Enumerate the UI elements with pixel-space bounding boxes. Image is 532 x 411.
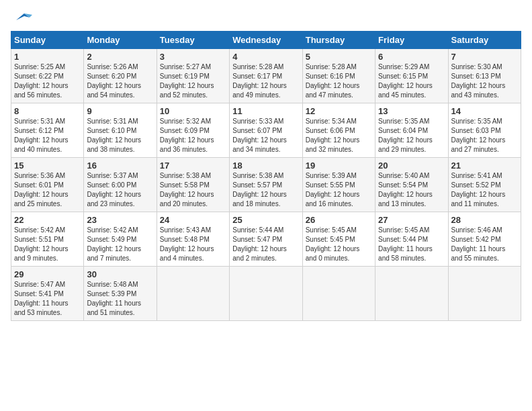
day-info: Sunrise: 5:40 AMSunset: 5:54 PMDaylight:… [378, 171, 445, 209]
table-cell: 2Sunrise: 5:26 AMSunset: 6:20 PMDaylight… [84, 49, 157, 103]
calendar-table: Sunday Monday Tuesday Wednesday Thursday… [11, 31, 521, 321]
day-number: 10 [160, 106, 226, 116]
day-info: Sunrise: 5:30 AMSunset: 6:13 PMDaylight:… [451, 62, 518, 100]
table-cell: 8Sunrise: 5:31 AMSunset: 6:12 PMDaylight… [11, 103, 84, 158]
table-cell: 7Sunrise: 5:30 AMSunset: 6:13 PMDaylight… [448, 49, 521, 103]
day-info: Sunrise: 5:34 AMSunset: 6:06 PMDaylight:… [306, 117, 372, 154]
calendar-row: 22Sunrise: 5:42 AMSunset: 5:51 PMDayligh… [11, 212, 521, 267]
table-cell: 27Sunrise: 5:45 AMSunset: 5:44 PMDayligh… [375, 212, 448, 267]
logo-icon [11, 11, 32, 30]
col-sunday: Sunday [11, 32, 84, 49]
day-info: Sunrise: 5:35 AMSunset: 6:04 PMDaylight:… [378, 117, 445, 154]
day-info: Sunrise: 5:45 AMSunset: 5:45 PMDaylight:… [306, 226, 372, 263]
table-cell: 17Sunrise: 5:38 AMSunset: 5:58 PMDayligh… [157, 158, 229, 212]
day-info: Sunrise: 5:33 AMSunset: 6:07 PMDaylight:… [232, 117, 299, 154]
day-number: 23 [87, 215, 153, 225]
calendar-container: Sunday Monday Tuesday Wednesday Thursday… [0, 0, 532, 326]
table-cell: 30Sunrise: 5:48 AMSunset: 5:39 PMDayligh… [84, 267, 157, 321]
col-thursday: Thursday [302, 32, 375, 49]
day-info: Sunrise: 5:47 AMSunset: 5:41 PMDaylight:… [14, 280, 81, 318]
day-number: 18 [232, 161, 299, 171]
table-cell: 22Sunrise: 5:42 AMSunset: 5:51 PMDayligh… [11, 212, 84, 267]
header-row: Sunday Monday Tuesday Wednesday Thursday… [11, 32, 521, 49]
day-number: 20 [378, 161, 445, 171]
col-tuesday: Tuesday [157, 32, 229, 49]
day-number: 11 [232, 106, 299, 116]
day-info: Sunrise: 5:31 AMSunset: 6:12 PMDaylight:… [14, 117, 81, 154]
calendar-row: 15Sunrise: 5:36 AMSunset: 6:01 PMDayligh… [11, 158, 521, 212]
day-info: Sunrise: 5:38 AMSunset: 5:57 PMDaylight:… [232, 171, 299, 209]
calendar-row: 29Sunrise: 5:47 AMSunset: 5:41 PMDayligh… [11, 267, 521, 321]
table-cell [157, 267, 229, 321]
day-number: 28 [451, 215, 518, 225]
day-info: Sunrise: 5:25 AMSunset: 6:22 PMDaylight:… [14, 62, 81, 100]
day-info: Sunrise: 5:44 AMSunset: 5:47 PMDaylight:… [232, 226, 299, 263]
day-info: Sunrise: 5:48 AMSunset: 5:39 PMDaylight:… [87, 280, 153, 318]
day-number: 26 [306, 215, 372, 225]
day-info: Sunrise: 5:38 AMSunset: 5:58 PMDaylight:… [160, 171, 226, 209]
table-cell: 28Sunrise: 5:46 AMSunset: 5:42 PMDayligh… [448, 212, 521, 267]
table-cell: 5Sunrise: 5:28 AMSunset: 6:16 PMDaylight… [302, 49, 375, 103]
day-number: 1 [14, 52, 81, 62]
day-info: Sunrise: 5:36 AMSunset: 6:01 PMDaylight:… [14, 171, 81, 209]
day-info: Sunrise: 5:46 AMSunset: 5:42 PMDaylight:… [451, 226, 518, 263]
table-cell: 21Sunrise: 5:41 AMSunset: 5:52 PMDayligh… [448, 158, 521, 212]
table-cell: 4Sunrise: 5:28 AMSunset: 6:17 PMDaylight… [230, 49, 302, 103]
day-number: 2 [87, 52, 153, 62]
table-cell: 10Sunrise: 5:32 AMSunset: 6:09 PMDayligh… [157, 103, 229, 158]
table-cell: 29Sunrise: 5:47 AMSunset: 5:41 PMDayligh… [11, 267, 84, 321]
table-cell [230, 267, 302, 321]
table-cell: 1Sunrise: 5:25 AMSunset: 6:22 PMDaylight… [11, 49, 84, 103]
day-info: Sunrise: 5:26 AMSunset: 6:20 PMDaylight:… [87, 62, 153, 100]
table-cell: 6Sunrise: 5:29 AMSunset: 6:15 PMDaylight… [375, 49, 448, 103]
day-number: 6 [378, 52, 445, 62]
day-info: Sunrise: 5:28 AMSunset: 6:16 PMDaylight:… [306, 62, 372, 100]
col-friday: Friday [375, 32, 448, 49]
day-info: Sunrise: 5:28 AMSunset: 6:17 PMDaylight:… [232, 62, 299, 100]
day-info: Sunrise: 5:42 AMSunset: 5:51 PMDaylight:… [14, 226, 81, 263]
calendar-row: 8Sunrise: 5:31 AMSunset: 6:12 PMDaylight… [11, 103, 521, 158]
day-number: 30 [87, 269, 153, 279]
day-info: Sunrise: 5:42 AMSunset: 5:49 PMDaylight:… [87, 226, 153, 263]
day-number: 14 [451, 106, 518, 116]
day-info: Sunrise: 5:37 AMSunset: 6:00 PMDaylight:… [87, 171, 153, 209]
day-info: Sunrise: 5:45 AMSunset: 5:44 PMDaylight:… [378, 226, 445, 263]
table-cell [448, 267, 521, 321]
day-info: Sunrise: 5:43 AMSunset: 5:48 PMDaylight:… [160, 226, 226, 263]
day-number: 22 [14, 215, 81, 225]
table-cell: 3Sunrise: 5:27 AMSunset: 6:19 PMDaylight… [157, 49, 229, 103]
day-number: 25 [232, 215, 299, 225]
day-number: 9 [87, 106, 153, 116]
table-cell: 19Sunrise: 5:39 AMSunset: 5:55 PMDayligh… [302, 158, 375, 212]
table-cell: 11Sunrise: 5:33 AMSunset: 6:07 PMDayligh… [230, 103, 302, 158]
day-number: 15 [14, 161, 81, 171]
table-cell: 12Sunrise: 5:34 AMSunset: 6:06 PMDayligh… [302, 103, 375, 158]
logo [11, 11, 32, 24]
day-number: 13 [378, 106, 445, 116]
col-wednesday: Wednesday [230, 32, 302, 49]
day-number: 7 [451, 52, 518, 62]
col-saturday: Saturday [448, 32, 521, 49]
col-monday: Monday [84, 32, 157, 49]
day-info: Sunrise: 5:32 AMSunset: 6:09 PMDaylight:… [160, 117, 226, 154]
day-number: 27 [378, 215, 445, 225]
table-cell: 14Sunrise: 5:35 AMSunset: 6:03 PMDayligh… [448, 103, 521, 158]
day-number: 29 [14, 269, 81, 279]
table-cell: 16Sunrise: 5:37 AMSunset: 6:00 PMDayligh… [84, 158, 157, 212]
table-cell: 26Sunrise: 5:45 AMSunset: 5:45 PMDayligh… [302, 212, 375, 267]
table-cell: 15Sunrise: 5:36 AMSunset: 6:01 PMDayligh… [11, 158, 84, 212]
day-number: 12 [306, 106, 372, 116]
calendar-row: 1Sunrise: 5:25 AMSunset: 6:22 PMDaylight… [11, 49, 521, 103]
day-number: 4 [232, 52, 299, 62]
day-number: 5 [306, 52, 372, 62]
table-cell: 18Sunrise: 5:38 AMSunset: 5:57 PMDayligh… [230, 158, 302, 212]
header [11, 11, 521, 24]
day-number: 3 [160, 52, 226, 62]
day-number: 24 [160, 215, 226, 225]
day-number: 16 [87, 161, 153, 171]
table-cell: 13Sunrise: 5:35 AMSunset: 6:04 PMDayligh… [375, 103, 448, 158]
table-cell [302, 267, 375, 321]
table-cell: 9Sunrise: 5:31 AMSunset: 6:10 PMDaylight… [84, 103, 157, 158]
day-number: 8 [14, 106, 81, 116]
day-info: Sunrise: 5:27 AMSunset: 6:19 PMDaylight:… [160, 62, 226, 100]
